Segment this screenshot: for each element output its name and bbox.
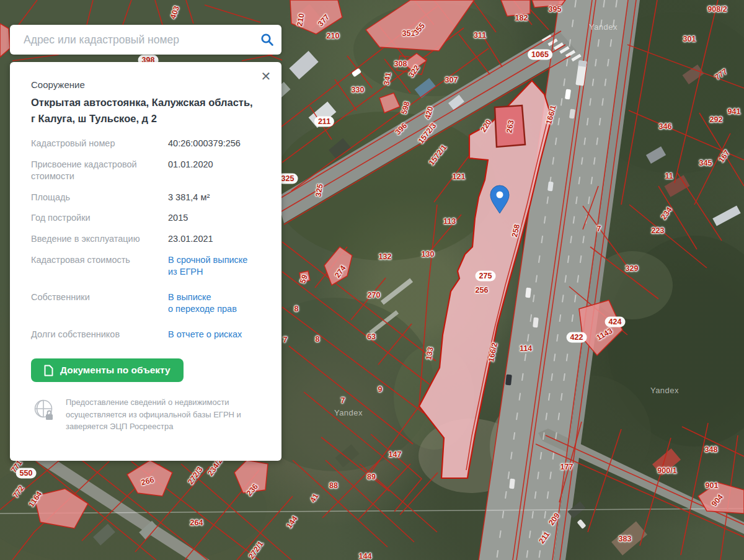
parcel-label[interactable]: 132: [379, 252, 392, 261]
parcel-label[interactable]: 264: [190, 518, 203, 527]
parcel-label[interactable]: 167: [717, 148, 731, 164]
yandex-watermark: Yandex: [334, 408, 363, 417]
parcel-label[interactable]: 307: [445, 76, 458, 84]
parcel-label[interactable]: 59: [298, 273, 309, 285]
panel-footer: Предоставление сведений о недвижимости о…: [31, 396, 263, 433]
documents-button[interactable]: Документы по объекту: [31, 358, 184, 382]
parcel-label[interactable]: 88: [329, 481, 338, 490]
parcel-label[interactable]: 325: [314, 184, 324, 198]
parcel-label[interactable]: 209: [547, 511, 561, 527]
parcel-label[interactable]: 346: [659, 122, 672, 131]
parcel-label[interactable]: 144: [359, 552, 372, 560]
parcel-label[interactable]: 182: [515, 14, 528, 22]
parcel-label[interactable]: 210: [295, 13, 306, 27]
close-icon[interactable]: ✕: [258, 68, 274, 84]
parcel-label[interactable]: 1065: [528, 50, 552, 60]
parcel-label[interactable]: 308: [394, 60, 407, 68]
parcel-label[interactable]: 272/3: [186, 465, 204, 486]
parcel-label[interactable]: 348: [705, 445, 718, 454]
parcel-label[interactable]: 322: [407, 63, 421, 79]
parcel-label[interactable]: 41: [308, 492, 320, 504]
parcel-label[interactable]: 121: [453, 172, 466, 181]
parcel-label[interactable]: 113: [443, 217, 456, 226]
parcel-label[interactable]: 266: [140, 476, 155, 487]
parcel-label[interactable]: 550: [16, 468, 37, 479]
parcel-label[interactable]: 772: [11, 484, 25, 499]
parcel-label[interactable]: 1572/1: [427, 143, 449, 167]
parcel-label[interactable]: 341: [382, 72, 392, 86]
parcel-label[interactable]: 114: [520, 344, 532, 353]
parcel-label[interactable]: 908/2: [707, 5, 727, 14]
parcel-label[interactable]: 236: [245, 482, 260, 498]
parcel-label[interactable]: 8: [316, 335, 320, 344]
field-value-link[interactable]: В срочной выписке из ЕГРН: [168, 254, 263, 278]
parcel-label[interactable]: 263: [505, 120, 515, 134]
search-input[interactable]: [10, 33, 253, 47]
parcel-label[interactable]: 1164: [27, 490, 43, 509]
parcel-label[interactable]: 147: [389, 450, 402, 459]
search-icon: [260, 32, 275, 47]
search-button[interactable]: [253, 25, 281, 54]
parcel-label[interactable]: 7: [283, 336, 288, 344]
field-label: Кадастровая стоимость: [31, 254, 168, 278]
field-row: СобственникиВ выписке о переходе прав: [31, 291, 263, 316]
parcel-label[interactable]: 901: [706, 481, 719, 490]
parcel-label[interactable]: 7: [341, 396, 345, 405]
field-value: 23.01.2021: [168, 233, 263, 246]
parcel-label[interactable]: 777: [713, 67, 728, 81]
parcel-label[interactable]: 422: [567, 332, 587, 343]
parcel-label[interactable]: 274: [333, 264, 347, 279]
parcel-label[interactable]: 904: [710, 493, 725, 509]
parcel-label[interactable]: 941: [728, 107, 741, 116]
parcel-label[interactable]: 598: [400, 100, 412, 115]
parcel-label[interactable]: 329: [626, 264, 639, 273]
parcel-label[interactable]: 345: [699, 159, 712, 167]
field-value: 3 381,4 м²: [168, 192, 263, 204]
parcel-label[interactable]: 166/1: [544, 104, 558, 125]
field-value-link[interactable]: В отчете о рисках: [168, 329, 263, 341]
parcel-label[interactable]: 166/2: [487, 342, 499, 363]
parcel-label[interactable]: 1572/3: [417, 122, 438, 146]
parcel-label[interactable]: 63: [367, 332, 376, 341]
parcel-label[interactable]: 130: [422, 250, 435, 259]
parcel-label[interactable]: 1143: [595, 326, 614, 342]
parcel-label[interactable]: 177: [560, 463, 574, 471]
parcel-label[interactable]: 210: [327, 32, 340, 40]
parcel-label[interactable]: 256: [476, 286, 489, 295]
parcel-label[interactable]: 301: [683, 35, 696, 43]
parcel-label[interactable]: 377: [316, 13, 331, 29]
parcel-label[interactable]: 7: [597, 224, 601, 233]
search-bar: [10, 25, 281, 55]
parcel-label[interactable]: 270: [368, 291, 381, 300]
parcel-label[interactable]: 234: [659, 205, 673, 221]
parcel-label[interactable]: 403: [169, 5, 181, 20]
parcel-label[interactable]: 275: [476, 271, 496, 282]
parcel-label[interactable]: 900/1: [657, 466, 676, 475]
parcel-label[interactable]: 330: [352, 86, 365, 94]
parcel-label[interactable]: 272/1: [247, 540, 265, 560]
parcel-label[interactable]: 11: [665, 172, 673, 180]
parcel-label[interactable]: 211: [314, 117, 334, 127]
parcel-label[interactable]: 424: [605, 317, 626, 327]
field-row: Долги собственниковВ отчете о рисках: [31, 329, 263, 341]
field-row: Введение в эксплуатацию23.01.2021: [31, 233, 263, 246]
parcel-label[interactable]: 258: [510, 223, 521, 238]
parcel-label[interactable]: 383: [619, 535, 632, 543]
parcel-label[interactable]: 133: [424, 347, 435, 361]
parcel-label[interactable]: 9: [378, 385, 383, 394]
field-value-link[interactable]: В выписке о переходе прав: [168, 291, 263, 316]
parcel-label[interactable]: 420: [423, 105, 435, 120]
field-label: Введение в эксплуатацию: [31, 233, 168, 246]
parcel-label[interactable]: 220: [479, 118, 494, 133]
parcel-label[interactable]: 292: [710, 115, 723, 124]
parcel-label[interactable]: 396: [394, 122, 409, 137]
field-label: Площадь: [31, 192, 168, 204]
field-label: Долги собственников: [31, 329, 168, 341]
parcel-label[interactable]: 144: [285, 514, 299, 530]
parcel-label[interactable]: 395: [549, 5, 562, 14]
parcel-label[interactable]: 211: [537, 530, 551, 546]
parcel-label[interactable]: 8: [294, 304, 299, 313]
parcel-label[interactable]: 223: [652, 226, 665, 235]
parcel-label[interactable]: 311: [474, 31, 486, 40]
parcel-label[interactable]: 89: [367, 473, 376, 481]
